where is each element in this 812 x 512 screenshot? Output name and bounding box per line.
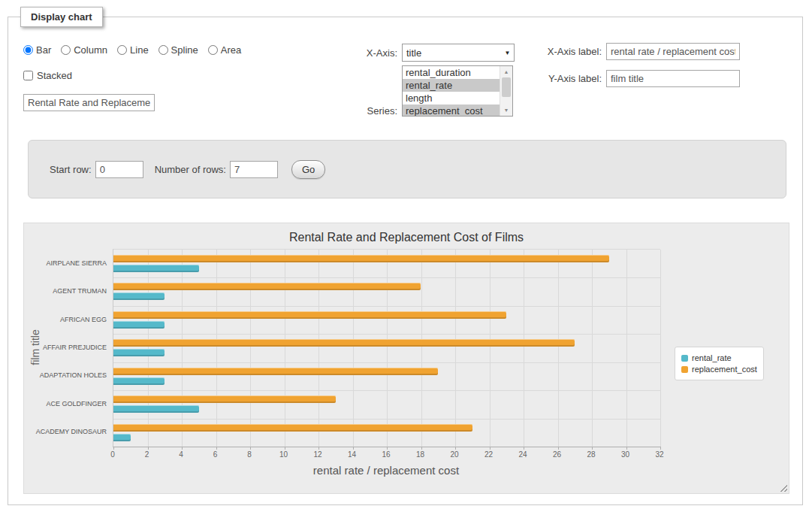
start-row-label: Start row: xyxy=(50,164,92,175)
resize-handle-icon[interactable] xyxy=(779,483,787,492)
x-tick-mark xyxy=(318,447,319,450)
y-axis-label: AGENT TRUMAN xyxy=(24,277,110,304)
chart-type-option-area[interactable]: Area xyxy=(208,44,241,56)
series-option-rental_rate[interactable]: rental_rate xyxy=(403,79,500,92)
x-tick-label: 14 xyxy=(348,450,356,459)
series-label: Series: xyxy=(331,105,402,117)
chart-type-option-line[interactable]: Line xyxy=(117,44,149,56)
series-listbox[interactable]: rental_durationrental_ratelengthreplacem… xyxy=(402,65,513,117)
scrollbar-thumb[interactable] xyxy=(502,77,511,97)
gridline xyxy=(387,250,388,447)
chart-type-option-bar[interactable]: Bar xyxy=(23,44,51,56)
gridline xyxy=(592,250,593,447)
x-tick-label: 26 xyxy=(553,450,561,459)
category-separator xyxy=(113,334,660,335)
chart-type-option-label: Bar xyxy=(36,44,51,56)
x-tick-mark xyxy=(455,447,456,450)
bar-replacement_cost xyxy=(113,311,506,319)
chart-type-option-label: Column xyxy=(74,44,107,56)
chart-type-option-spline[interactable]: Spline xyxy=(158,44,198,56)
chevron-down-icon: ▼ xyxy=(501,50,514,56)
x-tick-mark xyxy=(490,447,491,450)
stacked-checkbox[interactable] xyxy=(23,71,33,80)
bar-rental_rate xyxy=(113,265,199,272)
chart-type-option-label: Line xyxy=(130,44,149,56)
gridline xyxy=(216,250,217,447)
chart-type-option-column[interactable]: Column xyxy=(61,44,107,56)
x-axis-title: rental rate / replacement cost xyxy=(113,464,660,477)
chart-type-option-label: Spline xyxy=(171,44,198,56)
x-tick-label: 2 xyxy=(145,450,149,459)
chart-type-radio-column[interactable] xyxy=(61,45,71,55)
x-tick-label: 18 xyxy=(416,450,424,459)
chart-container: Rental Rate and Replacement Cost of Film… xyxy=(23,223,789,494)
scroll-up-icon[interactable]: ▲ xyxy=(500,67,512,77)
x-tick-mark xyxy=(148,447,149,450)
x-tick-label: 6 xyxy=(213,450,218,459)
x-tick-mark xyxy=(353,447,354,450)
legend-label: rental_rate xyxy=(692,353,732,362)
x-axis-select[interactable]: title ▼ xyxy=(402,44,515,62)
gridline xyxy=(455,250,456,447)
series-listbox-scrollbar[interactable]: ▲ ▼ xyxy=(500,66,512,116)
y-axis-label: AFRICAN EGG xyxy=(24,305,110,333)
gridline xyxy=(250,250,251,447)
y-axis-label: AFFAIR PREJUDICE xyxy=(24,333,110,361)
x-tick-mark xyxy=(421,447,422,450)
chart-title-input[interactable] xyxy=(23,94,155,111)
gridline xyxy=(490,250,491,447)
legend-swatch-icon xyxy=(681,366,688,373)
xaxis-select-label: X-Axis: xyxy=(331,47,402,59)
bar-replacement_cost xyxy=(113,255,609,262)
x-tick-mark xyxy=(387,447,388,450)
chart-type-option-label: Area xyxy=(221,44,241,56)
category-separator xyxy=(113,277,660,278)
x-tick-label: 22 xyxy=(484,450,493,459)
gridline xyxy=(421,250,422,447)
go-button[interactable]: Go xyxy=(291,160,325,179)
legend-item-replacement_cost[interactable]: replacement_cost xyxy=(681,365,757,374)
panel-legend: Display chart xyxy=(20,7,103,27)
series-option-length[interactable]: length xyxy=(403,92,500,105)
chart-legend: rental_ratereplacement_cost xyxy=(675,347,764,380)
gridline xyxy=(182,250,183,447)
x-tick-label: 32 xyxy=(655,450,663,459)
gridline xyxy=(626,250,627,447)
x-tick-label: 4 xyxy=(179,450,183,459)
x-tick-mark xyxy=(285,447,285,450)
bar-rental_rate xyxy=(113,434,131,441)
bar-rental_rate xyxy=(113,292,165,300)
bar-replacement_cost xyxy=(113,339,575,347)
chart-type-radio-line[interactable] xyxy=(117,45,127,55)
scroll-down-icon[interactable]: ▼ xyxy=(500,105,512,115)
xaxis-label-input[interactable] xyxy=(606,43,740,60)
number-of-rows-label: Number of rows: xyxy=(155,164,226,175)
x-tick-mark xyxy=(626,447,627,450)
row-range-panel: Start row: Number of rows: Go xyxy=(28,140,786,198)
number-of-rows-input[interactable] xyxy=(230,161,278,178)
x-tick-label: 20 xyxy=(450,450,458,459)
legend-item-rental_rate[interactable]: rental_rate xyxy=(681,353,757,362)
y-axis-labels: AIRPLANE SIERRAAGENT TRUMANAFRICAN EGGAF… xyxy=(24,249,110,446)
gridline xyxy=(353,250,354,447)
plot-area xyxy=(113,249,660,447)
chart-title: Rental Rate and Replacement Cost of Film… xyxy=(24,231,789,244)
x-tick-mark xyxy=(558,447,559,450)
yaxis-label-input[interactable] xyxy=(606,70,740,87)
yaxis-label-caption: Y-Axis label: xyxy=(525,73,606,84)
series-option-rental_duration[interactable]: rental_duration xyxy=(403,66,500,79)
chart-type-radio-spline[interactable] xyxy=(158,45,168,55)
gridline xyxy=(660,250,661,447)
x-tick-mark xyxy=(182,447,183,450)
x-tick-label: 12 xyxy=(313,450,321,459)
gridline xyxy=(285,250,285,447)
stacked-option[interactable]: Stacked xyxy=(23,70,72,81)
series-option-replacement_cost[interactable]: replacement_cost xyxy=(403,105,500,117)
chart-type-radio-area[interactable] xyxy=(208,45,218,55)
y-axis-label: ACE GOLDFINGER xyxy=(24,389,110,417)
x-tick-mark xyxy=(524,447,524,450)
bar-replacement_cost xyxy=(113,395,336,403)
start-row-input[interactable] xyxy=(95,161,143,178)
chart-type-radio-bar[interactable] xyxy=(23,45,33,55)
x-tick-label: 28 xyxy=(587,450,595,459)
